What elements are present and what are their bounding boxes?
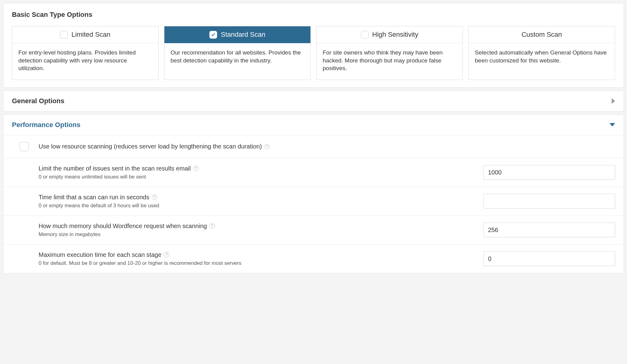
time-limit-input[interactable]: [483, 194, 615, 208]
opt-input-col: [483, 223, 615, 237]
checkbox-icon[interactable]: [60, 31, 68, 39]
opt-label-col: Use low resource scanning (reduces serve…: [39, 143, 615, 150]
scan-card-high-header[interactable]: High Sensitivity: [317, 26, 463, 43]
opt-label-col: How much memory should Wordfence request…: [39, 223, 483, 238]
issues-limit-input[interactable]: [483, 165, 615, 180]
opt-label: Time limit that a scan can run in second…: [39, 194, 476, 201]
opt-label-text: Maximum execution time for each scan sta…: [39, 251, 161, 258]
max-exec-input[interactable]: [483, 251, 615, 266]
scan-card-standard-header[interactable]: Standard Scan: [164, 26, 310, 43]
opt-label-text: Time limit that a scan can run in second…: [39, 194, 149, 201]
scan-card-desc: For site owners who think they may have …: [317, 43, 463, 80]
opt-label-col: Maximum execution time for each scan sta…: [39, 251, 483, 266]
help-icon[interactable]: ?: [264, 144, 270, 149]
opt-row-memory: How much memory should Wordfence request…: [3, 216, 624, 245]
opt-sublabel: 0 or empty means unlimited issues will b…: [39, 174, 476, 180]
performance-options-panel: Performance Options Use low resource sca…: [3, 114, 624, 273]
opt-label-text: Use low resource scanning (reduces serve…: [39, 143, 262, 150]
scan-card-desc: For entry-level hosting plans. Provides …: [12, 43, 158, 80]
general-options-header[interactable]: General Options: [3, 91, 624, 111]
scan-card-label: Limited Scan: [71, 31, 110, 39]
opt-label: Maximum execution time for each scan sta…: [39, 251, 476, 258]
help-icon[interactable]: ?: [164, 252, 169, 257]
opt-input-col: [483, 194, 615, 208]
opt-label-text: Limit the number of issues sent in the s…: [39, 165, 191, 172]
opt-row-issue-limit: Limit the number of issues sent in the s…: [3, 158, 624, 187]
scan-card-desc: Selected automatically when General Opti…: [469, 43, 615, 72]
memory-input[interactable]: [483, 223, 615, 237]
opt-label-text: How much memory should Wordfence request…: [39, 223, 207, 230]
basic-scan-panel: Basic Scan Type Options Limited Scan For…: [3, 3, 624, 88]
opt-checkbox-col: [9, 142, 39, 151]
opt-sublabel: 0 for default. Must be 8 or greater and …: [39, 260, 476, 266]
page-root: Basic Scan Type Options Limited Scan For…: [0, 0, 627, 280]
checkbox-icon[interactable]: [361, 31, 369, 39]
opt-label-col: Limit the number of issues sent in the s…: [39, 165, 483, 180]
accordion-title: General Options: [12, 97, 64, 105]
chevron-down-icon: [610, 123, 615, 126]
scan-card-custom-header[interactable]: Custom Scan: [469, 26, 615, 43]
opt-row-time-limit: Time limit that a scan can run in second…: [3, 187, 624, 216]
scan-card-label: Custom Scan: [521, 31, 562, 39]
scan-card-limited: Limited Scan For entry-level hosting pla…: [12, 26, 159, 80]
scan-card-limited-header[interactable]: Limited Scan: [12, 26, 158, 43]
scan-card-label: Standard Scan: [221, 31, 265, 39]
checkbox-icon[interactable]: [209, 31, 217, 39]
scan-card-desc: Our recommendation for all websites. Pro…: [164, 43, 310, 72]
opt-label: Use low resource scanning (reduces serve…: [39, 143, 608, 150]
help-icon[interactable]: ?: [209, 223, 215, 229]
checkbox-low-resource[interactable]: [20, 142, 29, 151]
opt-label-col: Time limit that a scan can run in second…: [39, 194, 483, 209]
help-icon[interactable]: ?: [193, 166, 199, 171]
opt-sublabel: 0 or empty means the default of 3 hours …: [39, 203, 476, 209]
opt-input-col: [483, 165, 615, 180]
opt-label: Limit the number of issues sent in the s…: [39, 165, 476, 172]
opt-row-max-exec: Maximum execution time for each scan sta…: [3, 245, 624, 273]
accordion-title: Performance Options: [12, 121, 81, 129]
scan-card-standard: Standard Scan Our recommendation for all…: [164, 26, 311, 80]
scan-card-label: High Sensitivity: [372, 31, 418, 39]
performance-options-body: Use low resource scanning (reduces serve…: [3, 135, 624, 273]
basic-scan-title: Basic Scan Type Options: [12, 11, 615, 19]
opt-row-low-resource: Use low resource scanning (reduces serve…: [3, 135, 624, 158]
chevron-right-icon: [612, 98, 615, 104]
opt-input-col: [483, 251, 615, 266]
help-icon[interactable]: ?: [152, 194, 157, 200]
scan-types-row: Limited Scan For entry-level hosting pla…: [12, 26, 615, 80]
scan-card-custom: Custom Scan Selected automatically when …: [468, 26, 615, 80]
opt-sublabel: Memory size in megabytes: [39, 231, 476, 238]
performance-options-header[interactable]: Performance Options: [3, 115, 624, 135]
general-options-panel: General Options: [3, 91, 624, 111]
scan-card-high-sensitivity: High Sensitivity For site owners who thi…: [316, 26, 463, 80]
opt-label: How much memory should Wordfence request…: [39, 223, 476, 230]
